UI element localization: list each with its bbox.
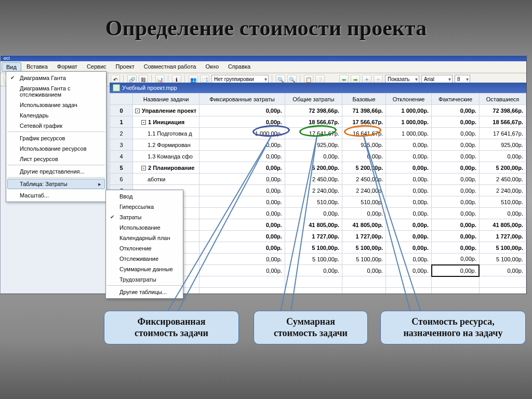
cost-cell[interactable]: 0,00р.	[200, 174, 285, 185]
empty-cell[interactable]	[285, 276, 342, 288]
cost-cell[interactable]: 72 398,66р.	[479, 105, 526, 116]
menu-format[interactable]: Формат	[53, 62, 82, 72]
task-name-cell[interactable]: 1.1 Подготовка д	[133, 128, 200, 139]
cost-cell[interactable]: 0,00р.	[432, 265, 480, 276]
task-name-cell[interactable]: -1 Инициация	[133, 116, 200, 128]
row-number[interactable]: 6	[110, 174, 133, 185]
cost-cell[interactable]: 925,00р.	[479, 139, 526, 151]
cost-cell[interactable]: 18 566,67р.	[285, 116, 342, 128]
menu-view[interactable]: Вид	[2, 62, 21, 72]
empty-cell[interactable]	[285, 288, 342, 294]
cost-cell[interactable]: 0,00р.	[432, 196, 480, 208]
cost-cell[interactable]: 510,00р.	[479, 196, 526, 208]
cost-cell[interactable]: 1 000,00р.	[200, 128, 285, 139]
cost-cell[interactable]: 2 240,00р.	[285, 185, 342, 196]
cost-cell[interactable]: 0,00р.	[432, 105, 480, 116]
cost-cell[interactable]: 2 240,00р.	[479, 185, 526, 196]
cost-cell[interactable]: 41 805,00р.	[285, 219, 342, 231]
cost-cell[interactable]: 0,00р.	[200, 196, 285, 208]
column-header[interactable]	[110, 94, 133, 105]
task-name-cell[interactable]: -Управление проект	[133, 105, 200, 116]
cost-cell[interactable]: 0,00р.	[285, 208, 342, 219]
cost-cell[interactable]: 0,00р.	[386, 254, 432, 265]
submenu-item[interactable]: Гиперссылка	[107, 202, 182, 212]
cost-cell[interactable]: 5 100,00р.	[285, 242, 342, 254]
empty-cell[interactable]	[386, 288, 432, 294]
empty-cell[interactable]	[200, 288, 285, 294]
cost-cell[interactable]: 17 641,67р.	[285, 128, 342, 139]
cost-cell[interactable]: 5 100,00р.	[479, 254, 526, 265]
table-row[interactable]: 1-1 Инициация0,00р.18 566,67р.17 566,67р…	[110, 116, 526, 128]
table-row[interactable]: 21.1 Подготовка д1 000,00р.17 641,67р.16…	[110, 128, 526, 139]
cost-cell[interactable]: 0,00р.	[386, 242, 432, 254]
task-name-cell[interactable]: -2 Планирование	[133, 162, 200, 174]
row-number[interactable]: 5	[110, 162, 133, 174]
cost-cell[interactable]: 2 450,00р.	[285, 174, 342, 185]
column-header[interactable]: Оставшиеся	[479, 94, 526, 105]
outline-toggle-icon[interactable]: -	[141, 120, 146, 125]
cost-cell[interactable]: 0,00р.	[200, 242, 285, 254]
cost-cell[interactable]: 0,00р.	[342, 265, 385, 276]
cost-cell[interactable]: 0,00р.	[432, 242, 480, 254]
cost-cell[interactable]: 5 200,00р.	[285, 162, 342, 174]
menu-item[interactable]: Таблица: Затраты	[7, 179, 105, 189]
cost-cell[interactable]: 0,00р.	[200, 151, 285, 162]
empty-cell[interactable]	[432, 288, 480, 294]
outline-toggle-icon[interactable]: -	[135, 109, 140, 113]
empty-cell[interactable]	[342, 288, 385, 294]
cost-cell[interactable]: 2 450,00р.	[479, 174, 526, 185]
cost-cell[interactable]: 5 200,00р.	[479, 162, 526, 174]
row-number[interactable]: 1	[110, 116, 133, 128]
cost-cell[interactable]: 5 100,00р.	[479, 242, 526, 254]
cost-cell[interactable]: 1 727,00р.	[342, 231, 385, 242]
cost-cell[interactable]: 0,00р.	[200, 185, 285, 196]
cost-cell[interactable]: 925,00р.	[342, 139, 385, 151]
menu-tools[interactable]: Сервис	[83, 62, 111, 72]
cost-cell[interactable]: 0,00р.	[479, 151, 526, 162]
cost-cell[interactable]: 0,00р.	[479, 265, 526, 276]
cost-cell[interactable]: 925,00р.	[285, 139, 342, 151]
cost-cell[interactable]: 0,00р.	[200, 139, 285, 151]
cost-cell[interactable]: 0,00р.	[432, 116, 480, 128]
menu-item[interactable]: Другие представления...	[7, 166, 105, 178]
submenu-item[interactable]: Отклонение	[107, 243, 182, 254]
table-row[interactable]: 6аботки0,00р.2 450,00р.2 450,00р.0,00р.0…	[110, 174, 526, 185]
outline-toggle-icon[interactable]: -	[141, 166, 146, 170]
submenu-item[interactable]: Трудозатраты	[107, 274, 182, 286]
cost-cell[interactable]: 0,00р.	[432, 254, 480, 265]
column-header[interactable]: Название задачи	[133, 94, 200, 105]
cost-cell[interactable]: 1 727,00р.	[479, 231, 526, 242]
row-number[interactable]: 0	[110, 105, 133, 116]
cost-cell[interactable]: 0,00р.	[479, 208, 526, 219]
menu-item[interactable]: Диаграмма Ганта	[7, 73, 105, 83]
cost-cell[interactable]: 0,00р.	[386, 174, 432, 185]
cost-cell[interactable]: 0,00р.	[432, 185, 480, 196]
submenu-item[interactable]: Затраты	[107, 212, 182, 222]
cost-cell[interactable]: 0,00р.	[200, 265, 285, 276]
cost-cell[interactable]: 41 805,00р.	[479, 219, 526, 231]
cost-cell[interactable]: 0,00р.	[386, 185, 432, 196]
cost-cell[interactable]: 0,00р.	[285, 265, 342, 276]
submenu-item[interactable]: Использование	[107, 222, 182, 233]
cost-cell[interactable]: 1 000,00р.	[386, 116, 432, 128]
cost-cell[interactable]: 0,00р.	[200, 254, 285, 265]
cost-cell[interactable]: 5 200,00р.	[342, 162, 385, 174]
submenu-item[interactable]: Ввод	[107, 191, 182, 202]
cost-cell[interactable]: 2 450,00р.	[342, 174, 385, 185]
menu-item[interactable]: Лист ресурсов	[7, 154, 105, 165]
cost-cell[interactable]: 0,00р.	[200, 219, 285, 231]
cost-cell[interactable]: 17 566,67р.	[342, 116, 385, 128]
menu-item[interactable]: Использование задач	[7, 100, 105, 110]
cost-cell[interactable]: 18 566,67р.	[479, 116, 526, 128]
empty-cell[interactable]	[200, 276, 285, 288]
cost-cell[interactable]: 17 641,67р.	[479, 128, 526, 139]
cost-cell[interactable]: 5 100,00р.	[342, 242, 385, 254]
cost-cell[interactable]: 0,00р.	[432, 162, 480, 174]
row-number[interactable]: 3	[110, 139, 133, 151]
empty-cell[interactable]	[479, 276, 526, 288]
menu-collab[interactable]: Совместная работа	[140, 62, 201, 72]
cost-cell[interactable]: 0,00р.	[200, 231, 285, 242]
cost-cell[interactable]: 72 398,66р.	[285, 105, 342, 116]
cost-cell[interactable]: 510,00р.	[342, 196, 385, 208]
menu-item[interactable]: График ресурсов	[7, 133, 105, 143]
